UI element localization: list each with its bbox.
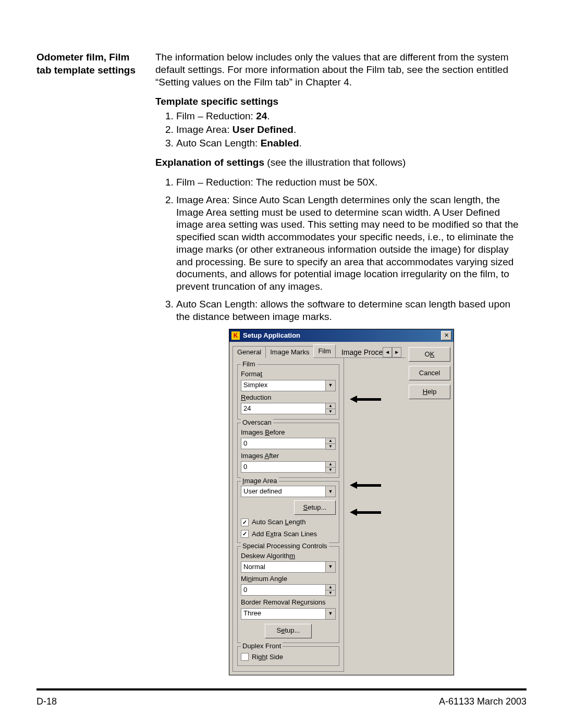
footer-rule (36, 688, 527, 690)
tab-general[interactable]: General (232, 346, 266, 358)
special-processing-group: Special Processing Controls Deskew Algor… (237, 546, 339, 643)
app-icon: K (231, 331, 240, 340)
auto-scan-length-checkbox[interactable]: ✓ Auto Scan Length (241, 518, 336, 526)
chevron-down-icon[interactable]: ▼ (325, 562, 335, 572)
footer-page-number: D-18 (36, 696, 57, 707)
images-after-label: Images After (241, 452, 336, 460)
arrow-icon (350, 482, 381, 489)
footer-doc-id: A-61133 March 2003 (439, 696, 527, 707)
image-area-group: Image Area User defined ▼ Setup... (237, 481, 339, 543)
images-before-spinner[interactable]: ▲▼ (326, 438, 336, 450)
deskew-label: Deskew Algorithm (241, 552, 336, 560)
section-title: Odometer film, Film tab template setting… (36, 51, 146, 77)
explanation-3: Auto Scan Length: allows the software to… (176, 298, 527, 323)
dialog-titlebar[interactable]: K Setup Application ✕ (229, 329, 454, 342)
explanation-1: Film – Reduction: The reduction must be … (176, 176, 527, 189)
format-label: Format (241, 370, 336, 378)
tab-truncated[interactable]: Image Proce (341, 348, 383, 357)
cancel-button[interactable]: Cancel (409, 366, 450, 380)
setting-auto-scan-length: Auto Scan Length: Enabled. (176, 137, 527, 150)
tab-film[interactable]: Film (313, 344, 336, 357)
explanation-2: Image Area: Since Auto Scan Length deter… (176, 194, 527, 293)
setting-image-area: Image Area: User Defined. (176, 124, 527, 136)
ok-button[interactable]: OK (409, 347, 450, 362)
min-angle-input[interactable]: 0 (241, 584, 326, 596)
checkbox-icon: ✓ (241, 530, 249, 538)
duplex-front-group: Duplex Front Right Side (237, 646, 339, 666)
chevron-down-icon[interactable]: ▼ (325, 609, 335, 619)
border-removal-label: Border Removal Recursions (241, 598, 336, 607)
chevron-down-icon[interactable]: ▼ (325, 486, 335, 497)
dialog-title: Setup Application (243, 331, 441, 340)
spc-setup-button[interactable]: Setup... (265, 624, 312, 638)
film-tab-page: Film Format Simplex ▼ Reduction (232, 358, 344, 672)
deskew-combo[interactable]: Normal ▼ (241, 561, 336, 573)
images-before-label: Images Before (241, 428, 336, 437)
checkbox-icon: ✓ (241, 519, 249, 526)
format-combo[interactable]: Simplex ▼ (241, 380, 336, 391)
tab-scroll-right[interactable]: ► (392, 347, 401, 357)
reduction-input[interactable]: 24 (241, 403, 326, 414)
explanation-heading-line: Explanation of settings (see the illustr… (155, 156, 527, 169)
add-extra-scan-lines-checkbox[interactable]: ✓ Add Extra Scan Lines (241, 530, 336, 538)
tab-scroll-left[interactable]: ◄ (383, 347, 392, 357)
checkbox-icon (241, 653, 249, 661)
min-angle-label: Minimum Angle (241, 575, 336, 583)
template-settings-list: Film – Reduction: 24. Image Area: User D… (155, 110, 527, 149)
right-side-checkbox[interactable]: Right Side (241, 653, 336, 661)
border-removal-combo[interactable]: Three ▼ (241, 608, 336, 620)
tab-strip: General Image Marks Film Image Proce ◄ ► (232, 345, 406, 358)
images-after-spinner[interactable]: ▲▼ (326, 461, 336, 473)
image-area-setup-button[interactable]: Setup... (294, 500, 336, 515)
chevron-down-icon[interactable]: ▼ (325, 380, 335, 391)
setup-application-dialog: K Setup Application ✕ General Image Mark… (229, 329, 454, 675)
reduction-spinner[interactable]: ▲▼ (326, 403, 336, 415)
arrow-icon (350, 396, 381, 403)
help-button[interactable]: Help (409, 385, 450, 399)
tab-image-marks[interactable]: Image Marks (265, 346, 314, 358)
intro-paragraph: The information below includes only the … (155, 51, 527, 88)
min-angle-spinner[interactable]: ▲▼ (326, 584, 336, 596)
setting-film-reduction: Film – Reduction: 24. (176, 110, 527, 122)
explanation-list: Film – Reduction: The reduction must be … (155, 176, 527, 323)
image-area-combo[interactable]: User defined ▼ (241, 486, 336, 497)
overscan-group: Overscan Images Before 0 ▲▼ Images After (237, 423, 339, 478)
close-button[interactable]: ✕ (441, 331, 451, 340)
film-group: Film Format Simplex ▼ Reduction (237, 364, 339, 419)
template-specific-heading: Template specific settings (155, 95, 527, 108)
reduction-label: Reduction (241, 393, 336, 402)
images-before-input[interactable]: 0 (241, 438, 326, 449)
arrow-icon (350, 509, 381, 516)
images-after-input[interactable]: 0 (241, 461, 326, 473)
